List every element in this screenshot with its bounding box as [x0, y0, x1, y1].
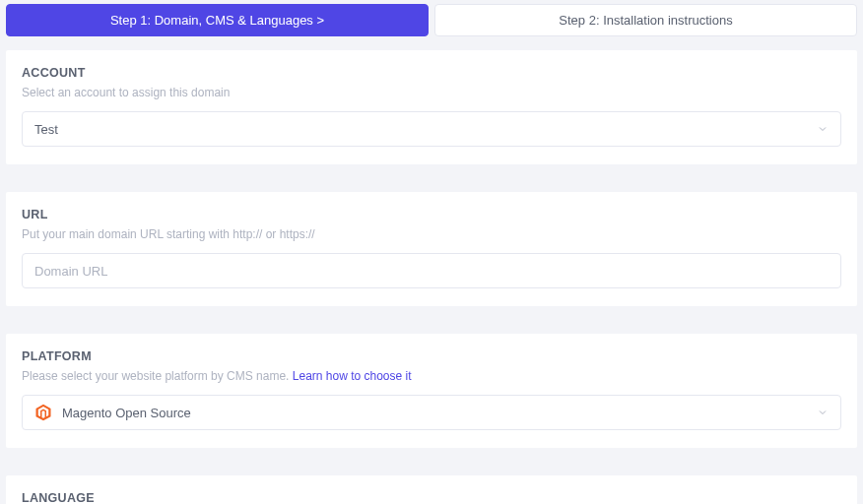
- tab-step1[interactable]: Step 1: Domain, CMS & Languages >: [6, 4, 429, 36]
- platform-subtitle-text: Please select your website platform by C…: [22, 369, 293, 383]
- url-subtitle: Put your main domain URL starting with h…: [22, 227, 841, 241]
- platform-subtitle: Please select your website platform by C…: [22, 369, 841, 383]
- account-select[interactable]: Test: [22, 111, 841, 147]
- platform-select[interactable]: Magento Open Source: [22, 395, 841, 430]
- url-input-wrapper: [22, 253, 841, 288]
- account-subtitle: Select an account to assign this domain: [22, 86, 841, 99]
- wizard-tabs: Step 1: Domain, CMS & Languages > Step 2…: [0, 0, 863, 36]
- chevron-down-icon: [817, 407, 829, 418]
- tab-step1-label: Step 1: Domain, CMS & Languages >: [110, 13, 324, 28]
- url-card: URL Put your main domain URL starting wi…: [6, 192, 857, 306]
- platform-card: PLATFORM Please select your website plat…: [6, 334, 857, 448]
- url-input[interactable]: [34, 264, 829, 279]
- url-title: URL: [22, 208, 841, 221]
- platform-learn-link[interactable]: Learn how to choose it: [293, 369, 412, 383]
- tab-step2-label: Step 2: Installation instructions: [559, 13, 732, 28]
- platform-title: PLATFORM: [22, 349, 841, 363]
- tab-step2[interactable]: Step 2: Installation instructions: [434, 4, 857, 36]
- account-select-value: Test: [34, 122, 58, 137]
- account-title: ACCOUNT: [22, 66, 841, 80]
- magento-icon: [34, 404, 52, 421]
- chevron-down-icon: [817, 123, 829, 135]
- platform-select-value: Magento Open Source: [62, 406, 191, 420]
- language-title: LANGUAGE: [22, 491, 841, 504]
- language-card: LANGUAGE Select the base language of you…: [6, 475, 857, 504]
- account-card: ACCOUNT Select an account to assign this…: [6, 50, 857, 164]
